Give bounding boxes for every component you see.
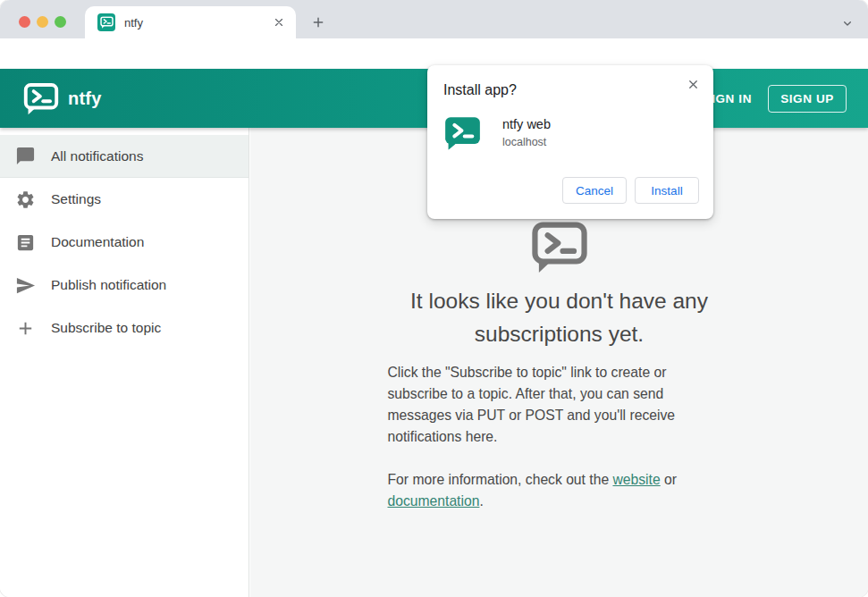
mac-zoom-button[interactable]: [55, 16, 66, 28]
tab-close-icon[interactable]: [271, 14, 287, 30]
more-info-text: For more information, check out the webs…: [388, 469, 703, 512]
article-icon: [15, 232, 36, 253]
mac-minimize-button[interactable]: [37, 16, 48, 28]
sidebar-item-label: Subscribe to topic: [51, 320, 161, 336]
ntfy-favicon-icon: [97, 13, 115, 31]
sidebar-item-settings[interactable]: Settings: [0, 178, 249, 221]
chat-bubble-icon: [15, 146, 36, 166]
sidebar-item-all-notifications[interactable]: All notifications: [0, 135, 249, 178]
ntfy-empty-state-logo-icon: [531, 221, 588, 273]
sidebar-item-label: All notifications: [51, 148, 143, 164]
empty-state-description: Click the "Subscribe to topic" link to c…: [388, 362, 703, 448]
app-title: ntfy: [68, 88, 101, 109]
tab-search-chevron-icon[interactable]: [837, 13, 858, 34]
documentation-link[interactable]: documentation: [388, 493, 480, 509]
browser-tab[interactable]: ntfy: [85, 6, 296, 38]
empty-state-heading: It looks like you don't have any subscri…: [410, 284, 708, 350]
browser-toolbar: localhost: [0, 38, 868, 69]
mac-close-button[interactable]: [19, 16, 30, 28]
sidebar-item-label: Documentation: [51, 234, 144, 250]
browser-window: ntfy: [0, 0, 868, 597]
sidebar: All notifications Settings Documentation…: [0, 128, 249, 597]
dialog-app-origin: localhost: [502, 136, 546, 148]
sidebar-item-subscribe-to-topic[interactable]: Subscribe to topic: [0, 307, 249, 349]
new-tab-button[interactable]: [308, 12, 329, 33]
ntfy-app-icon: [444, 116, 481, 150]
sign-up-button[interactable]: SIGN UP: [768, 85, 847, 113]
sidebar-item-documentation[interactable]: Documentation: [0, 221, 249, 264]
tab-title: ntfy: [124, 16, 271, 29]
sidebar-item-label: Publish notification: [51, 277, 166, 293]
plus-icon: [15, 318, 36, 339]
tab-strip: ntfy: [0, 0, 868, 38]
cancel-button[interactable]: Cancel: [562, 177, 627, 204]
more-info-after: .: [479, 493, 483, 509]
website-link[interactable]: website: [612, 472, 660, 487]
send-icon: [15, 275, 36, 296]
dialog-title: Install app?: [443, 82, 517, 98]
sidebar-item-label: Settings: [51, 191, 101, 207]
gear-icon: [15, 189, 36, 210]
dialog-app-name: ntfy web: [502, 117, 551, 131]
sidebar-item-publish-notification[interactable]: Publish notification: [0, 264, 249, 307]
more-info-before: For more information, check out the: [388, 472, 613, 487]
dialog-close-icon[interactable]: [683, 74, 703, 94]
install-button[interactable]: Install: [635, 177, 699, 204]
more-info-middle: or: [661, 472, 677, 487]
ntfy-logo-icon: [23, 82, 59, 115]
install-app-dialog: Install app? ntfy web localhost Cancel I…: [427, 65, 713, 219]
